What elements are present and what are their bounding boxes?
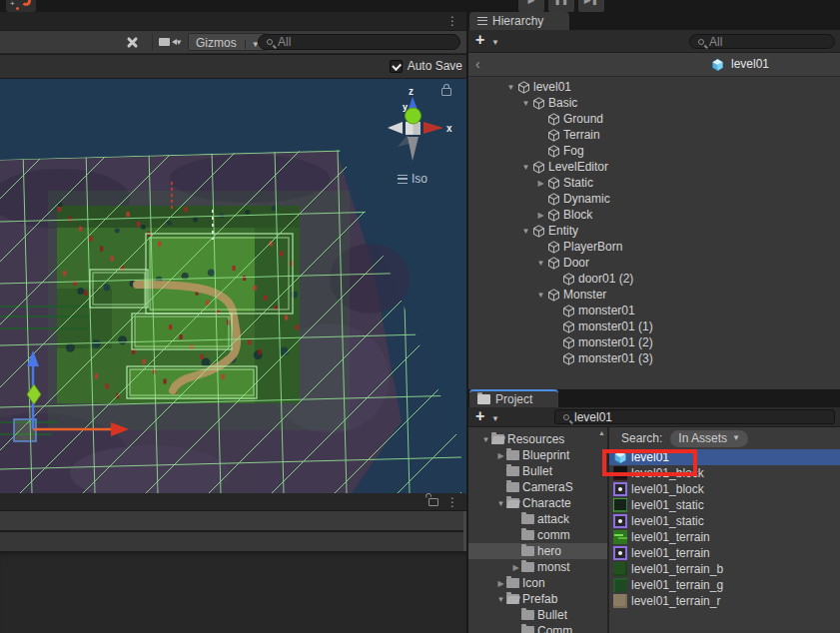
tab-hierarchy[interactable]: Hierarchy bbox=[469, 12, 569, 30]
foldout-expanded-icon[interactable] bbox=[504, 83, 517, 92]
tree-item[interactable]: Static bbox=[468, 175, 840, 191]
foldout-expanded-icon[interactable] bbox=[519, 163, 532, 172]
tree-item[interactable]: LevelEditor bbox=[468, 159, 840, 175]
foldout-collapsed-icon[interactable] bbox=[534, 179, 547, 188]
chevron-down-icon: ▼ bbox=[175, 38, 183, 47]
checkbox-checked-icon[interactable] bbox=[390, 60, 403, 73]
projection-toggle[interactable]: Iso bbox=[398, 172, 427, 186]
folder-item[interactable]: Bullet bbox=[468, 607, 607, 623]
folder-item[interactable]: Comm bbox=[468, 623, 607, 633]
back-chevron-icon[interactable]: ‹ bbox=[475, 56, 480, 72]
folder-item[interactable]: Blueprint bbox=[468, 447, 607, 463]
folder-item[interactable]: Bullet bbox=[468, 463, 607, 479]
tree-item[interactable]: PlayerBorn bbox=[468, 239, 840, 255]
play-button[interactable]: ▶ bbox=[518, 0, 544, 12]
tree-item[interactable]: Entity bbox=[468, 223, 840, 239]
folder-item[interactable]: Icon bbox=[468, 575, 607, 591]
folder-label: Comm bbox=[537, 624, 572, 633]
projection-label: Iso bbox=[412, 172, 427, 186]
add-asset-button[interactable]: + bbox=[475, 408, 484, 424]
folder-item[interactable]: comm bbox=[468, 527, 607, 543]
bottom-panel-row[interactable] bbox=[0, 511, 466, 531]
result-item[interactable]: level01_terrain_b bbox=[609, 561, 840, 577]
tree-item[interactable]: Monster bbox=[468, 287, 840, 303]
tree-item[interactable]: Fog bbox=[468, 143, 840, 159]
tree-item[interactable]: Dynamic bbox=[468, 191, 840, 207]
hierarchy-search-input[interactable]: All bbox=[689, 34, 835, 49]
result-item[interactable]: level01_static bbox=[609, 497, 840, 513]
foldout-expanded-icon[interactable] bbox=[495, 499, 506, 508]
tree-item-label: Ground bbox=[563, 112, 603, 126]
tree-item-label: Block bbox=[563, 208, 592, 222]
tab-project[interactable]: Project bbox=[469, 389, 558, 407]
folder-item[interactable]: Resources bbox=[468, 431, 607, 447]
tree-item[interactable]: Block bbox=[468, 207, 840, 223]
tree-item[interactable]: door01 (2) bbox=[468, 271, 840, 287]
foldout-expanded-icon[interactable] bbox=[534, 291, 547, 300]
tree-item-label: door01 (2) bbox=[578, 272, 633, 286]
result-item[interactable]: level01_terrain_r bbox=[609, 593, 840, 609]
folder-item[interactable]: Characte bbox=[468, 495, 607, 511]
tree-item[interactable]: monster01 (2) bbox=[468, 334, 840, 350]
padlock-icon[interactable] bbox=[441, 88, 451, 96]
result-item[interactable]: level01_static bbox=[609, 513, 840, 529]
project-search-input[interactable]: level01 bbox=[554, 409, 835, 424]
foldout-collapsed-icon[interactable] bbox=[534, 211, 547, 220]
scrollbar-up-arrow[interactable]: ▲ bbox=[598, 429, 605, 436]
orientation-gizmo[interactable]: z y x bbox=[386, 85, 455, 165]
result-item[interactable]: level01_block bbox=[609, 481, 840, 497]
foldout-collapsed-icon[interactable] bbox=[495, 579, 506, 588]
foldout-collapsed-icon[interactable] bbox=[510, 563, 521, 572]
tree-item[interactable]: level01 bbox=[468, 79, 840, 95]
collab-badge-button[interactable]: + bbox=[6, 0, 36, 12]
folder-icon bbox=[521, 562, 534, 572]
dark-green-texture-icon bbox=[613, 562, 627, 576]
wrench-screwdriver-icon[interactable] bbox=[125, 35, 140, 50]
foldout-expanded-icon[interactable] bbox=[480, 435, 491, 444]
add-gameobject-button[interactable]: + bbox=[475, 32, 484, 48]
camera-icon bbox=[159, 38, 170, 46]
tree-item-label: LevelEditor bbox=[548, 160, 608, 174]
chevron-down-icon[interactable]: ▼ bbox=[491, 414, 499, 423]
foldout-expanded-icon[interactable] bbox=[534, 259, 547, 268]
step-button[interactable]: ▶❚ bbox=[578, 0, 604, 12]
tree-item[interactable]: monster01 (1) bbox=[468, 318, 840, 334]
gizmos-dropdown-button[interactable]: Gizmos▼ bbox=[188, 33, 267, 51]
auto-save-toggle[interactable]: Auto Save bbox=[390, 59, 462, 73]
folder-label: monst bbox=[537, 560, 570, 574]
tree-item[interactable]: monster01 (3) bbox=[468, 350, 840, 366]
unlock-icon[interactable] bbox=[428, 498, 438, 506]
scene-search-input[interactable]: All bbox=[258, 34, 460, 50]
search-scope-dropdown[interactable]: In Assets▼ bbox=[670, 430, 748, 447]
folder-item[interactable]: Prefab bbox=[468, 591, 607, 607]
folder-item[interactable]: monst bbox=[468, 559, 607, 575]
breadcrumb-item[interactable]: level01 bbox=[711, 57, 769, 71]
foldout-collapsed-icon[interactable] bbox=[495, 451, 506, 460]
bottom-panel-row[interactable] bbox=[0, 532, 466, 551]
chevron-down-icon[interactable]: ▼ bbox=[491, 38, 499, 47]
foldout-expanded-icon[interactable] bbox=[495, 595, 506, 604]
folder-icon bbox=[521, 530, 534, 540]
orange-hook-icon bbox=[21, 0, 31, 6]
project-folder-tree: Resources Blueprint Bullet CameraS Chara… bbox=[468, 427, 607, 633]
result-item[interactable]: level01_terrain bbox=[609, 529, 840, 545]
folder-icon bbox=[521, 514, 534, 524]
folder-item[interactable]: CameraS bbox=[468, 479, 607, 495]
foldout-expanded-icon[interactable] bbox=[519, 227, 532, 236]
tree-item[interactable]: Basic bbox=[468, 95, 840, 111]
tree-item[interactable]: monster01 bbox=[468, 303, 840, 318]
kebab-menu-icon[interactable]: ⋮ bbox=[446, 496, 458, 508]
tree-item[interactable]: Terrain bbox=[468, 127, 840, 143]
folder-item[interactable]: attack bbox=[468, 511, 607, 527]
folder-item-selected[interactable]: hero bbox=[468, 543, 607, 559]
tree-item-label: Terrain bbox=[563, 128, 600, 142]
result-item[interactable]: level01_terrain bbox=[609, 545, 840, 561]
pause-button[interactable]: ❚❚ bbox=[548, 0, 574, 12]
tree-item[interactable]: Ground bbox=[468, 111, 840, 127]
camera-dropdown-button[interactable]: ▼ bbox=[152, 34, 184, 51]
tree-item[interactable]: Door bbox=[468, 255, 840, 271]
foldout-expanded-icon[interactable] bbox=[519, 99, 532, 108]
kebab-menu-icon[interactable]: ⋮ bbox=[446, 15, 458, 27]
result-item[interactable]: level01_terrain_g bbox=[609, 577, 840, 593]
scene-viewport[interactable]: z y x Iso bbox=[0, 79, 466, 493]
